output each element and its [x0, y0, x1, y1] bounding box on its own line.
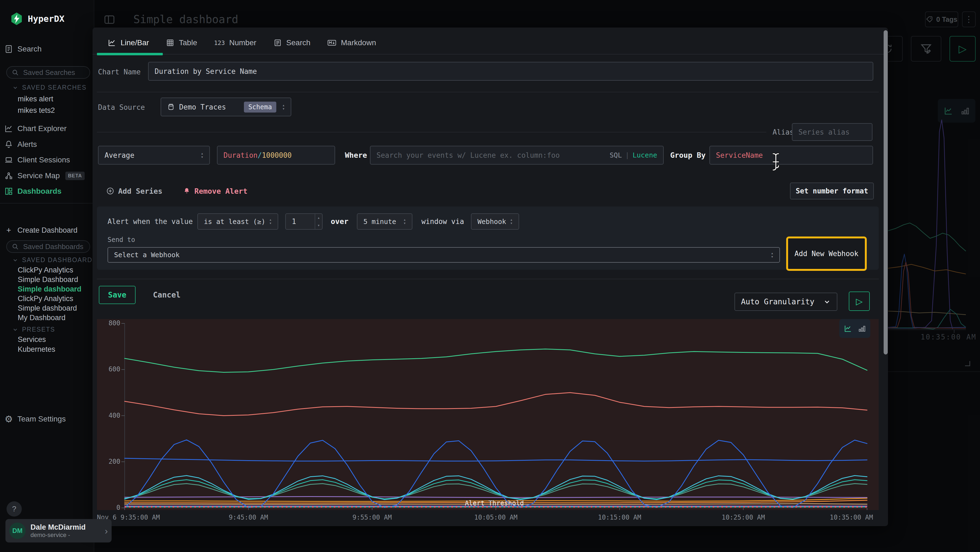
- select-chevrons-icon: ▴▾: [269, 218, 272, 225]
- search-icon: [12, 243, 19, 250]
- user-name: Dale McDiarmid: [30, 523, 100, 531]
- saved-dashboard-item-active[interactable]: Simple dashboard: [18, 285, 81, 294]
- remove-alert-button[interactable]: Remove Alert: [183, 183, 247, 199]
- number-123-icon: 123: [214, 40, 225, 46]
- y-tick-label: 200: [97, 458, 120, 465]
- add-webhook-highlight: Add New Webhook: [786, 236, 867, 271]
- add-series-button[interactable]: Add Series: [106, 183, 162, 199]
- aggregation-select[interactable]: Average ▴▾: [98, 146, 210, 164]
- alert-prefix: Alert when the value: [108, 213, 193, 230]
- alert-channel-select[interactable]: Webhook ▴▾: [471, 213, 519, 230]
- help-button[interactable]: ?: [6, 501, 22, 517]
- sidebar-item-dashboards[interactable]: Dashboards: [0, 185, 94, 198]
- save-button[interactable]: Save: [99, 286, 135, 304]
- data-source-select[interactable]: Demo Traces Schema ▴▾: [161, 97, 291, 116]
- saved-searches-header[interactable]: SAVED SEARCHES: [12, 84, 87, 91]
- saved-dashboard-item[interactable]: ClickPy Analytics: [18, 295, 73, 303]
- search-list-icon: [273, 38, 282, 47]
- alert-threshold-stepper[interactable]: 1 ▴▾: [285, 213, 323, 230]
- saved-dashboards-header[interactable]: SAVED DASHBOARDS: [12, 256, 97, 264]
- webhook-select[interactable]: Select a Webhook ▴▾: [108, 247, 780, 263]
- laptop-icon: [0, 155, 18, 164]
- user-subtitle: demo-service -: [30, 531, 100, 539]
- send-to-label: Send to: [108, 236, 135, 244]
- saved-dashboard-item[interactable]: Simple Dashboard: [18, 276, 78, 284]
- brand[interactable]: HyperDX: [10, 12, 65, 26]
- granularity-select[interactable]: Auto Granularity: [735, 293, 837, 311]
- tab-table[interactable]: Table: [166, 38, 197, 47]
- sql-toggle[interactable]: SQL: [609, 151, 622, 159]
- alias-input[interactable]: [792, 123, 872, 141]
- series-blue-flat: [125, 458, 867, 461]
- modal-scrollbar[interactable]: [884, 30, 888, 354]
- create-dashboard-button[interactable]: + Create Dashboard: [0, 224, 94, 237]
- sidebar-item-client-sessions[interactable]: Client Sessions: [0, 153, 94, 166]
- threshold-value: 1: [286, 217, 296, 226]
- user-card[interactable]: DM Dale McDiarmid demo-service - ›: [5, 519, 111, 542]
- sidebar-item-search[interactable]: Search: [0, 43, 94, 56]
- set-number-format-label: Set number format: [796, 187, 868, 195]
- preset-item[interactable]: Services: [18, 335, 46, 344]
- presets-header[interactable]: PRESETS: [12, 326, 55, 333]
- series-red: [125, 392, 867, 416]
- chart-name-input[interactable]: [148, 62, 873, 81]
- slash-token: /: [258, 151, 262, 160]
- chevron-down-icon: [12, 327, 18, 333]
- gear-icon: ⚙: [0, 413, 18, 424]
- schema-badge: Schema: [244, 102, 276, 113]
- tab-search[interactable]: Search: [273, 38, 310, 47]
- granularity-value: Auto Granularity: [741, 297, 815, 306]
- chevron-down-icon: [823, 298, 831, 306]
- saved-searches-search[interactable]: [6, 66, 90, 79]
- alert-config-panel: Alert when the value is at least (≥) ▴▾ …: [97, 206, 879, 270]
- where-search-input[interactable]: Search your events w/ Lucene ex. column:…: [370, 146, 664, 164]
- x-axis-labels: Nov 6 9:35:00 AM9:45:00 AM9:55:00 AM10:0…: [97, 514, 879, 523]
- avatar: DM: [9, 523, 25, 539]
- tab-markdown[interactable]: Markdown: [327, 38, 376, 47]
- search-icon: [12, 69, 19, 76]
- sidebar-item-label: Chart Explorer: [18, 124, 67, 133]
- group-by-input[interactable]: ServiceName: [710, 146, 873, 164]
- tab-label: Line/Bar: [121, 38, 149, 47]
- sidebar-item-chart-explorer[interactable]: Chart Explorer: [0, 122, 94, 135]
- sidebar-item-team-settings[interactable]: ⚙ Team Settings: [0, 413, 94, 426]
- saved-dashboard-item[interactable]: Simple dashboard: [18, 304, 77, 313]
- select-chevrons-icon: ▴▾: [403, 218, 406, 225]
- tab-number[interactable]: 123 Number: [214, 38, 256, 47]
- active-tab-underline: [97, 53, 163, 55]
- footer-divider: [97, 279, 879, 279]
- preset-item[interactable]: Kubernetes: [18, 345, 55, 354]
- sidebar-item-service-map[interactable]: Service Map BETA: [0, 169, 94, 182]
- lucene-toggle[interactable]: Lucene: [633, 151, 657, 159]
- saved-search-item[interactable]: mikes alert: [18, 95, 53, 103]
- alert-window-select[interactable]: 5 minute ▴▾: [357, 213, 412, 230]
- cancel-button[interactable]: Cancel: [153, 286, 180, 304]
- sidebar-item-label: Service Map: [18, 171, 60, 180]
- saved-dashboard-item[interactable]: ClickPy Analytics: [18, 266, 73, 274]
- help-label: ?: [12, 504, 16, 513]
- section-label: PRESETS: [22, 326, 55, 333]
- saved-dashboards-input[interactable]: [22, 242, 86, 251]
- group-by-label: Group By: [670, 146, 706, 164]
- series-green: [125, 349, 867, 372]
- set-number-format-button[interactable]: Set number format: [790, 183, 874, 199]
- line-chart-icon: [844, 324, 852, 333]
- saved-searches-input[interactable]: [22, 68, 86, 77]
- chart-type-tabs: Line/Bar Table 123 Number Search: [108, 33, 376, 53]
- saved-dashboard-item[interactable]: My Dashboard: [18, 314, 65, 322]
- y-tick-label: 0: [97, 504, 120, 511]
- field-expression-input[interactable]: Duration/1000000: [217, 146, 335, 164]
- stepper-arrows-icon[interactable]: ▴▾: [315, 214, 322, 229]
- brand-name: HyperDX: [28, 14, 65, 24]
- preview-run-button[interactable]: ▷: [849, 292, 870, 311]
- saved-search-item[interactable]: mikes tets2: [18, 106, 55, 115]
- alert-condition-select[interactable]: is at least (≥) ▴▾: [197, 213, 278, 230]
- add-new-webhook-button[interactable]: Add New Webhook: [788, 238, 865, 269]
- tab-line-bar[interactable]: Line/Bar: [108, 38, 149, 47]
- sidebar-item-alerts[interactable]: Alerts: [0, 138, 94, 151]
- window-value: 5 minute: [363, 218, 396, 226]
- preview-chart-type-toggle[interactable]: [839, 319, 870, 338]
- add-series-label: Add Series: [118, 187, 162, 195]
- saved-dashboards-search[interactable]: [6, 240, 90, 253]
- section-label: SAVED SEARCHES: [22, 84, 87, 91]
